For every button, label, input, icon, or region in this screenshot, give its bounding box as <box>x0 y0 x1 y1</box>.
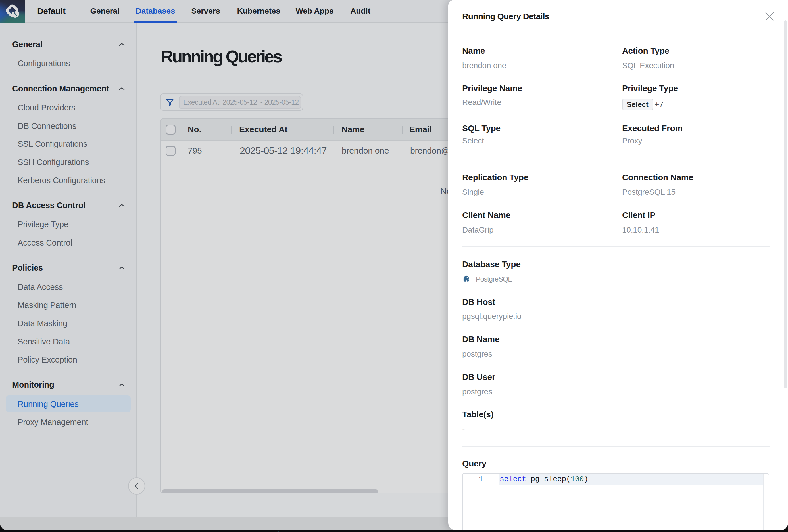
field-label-privilege-type: Privilege Type <box>622 83 678 94</box>
sql-keyword: select <box>500 475 526 484</box>
field-value-privilege-name: Read/Write <box>462 97 501 108</box>
field-label-client-ip: Client IP <box>622 209 655 221</box>
field-value-database-type: PostgreSQL <box>476 275 512 283</box>
drawer-title: Running Query Details <box>462 10 549 23</box>
field-label-client-name: Client Name <box>462 209 510 221</box>
drawer-scrollbar-thumb[interactable] <box>784 20 787 388</box>
privilege-type-extra-count[interactable]: +7 <box>654 99 664 110</box>
divider <box>462 246 770 247</box>
editor-scrollbar-gutter <box>763 473 764 530</box>
field-label-replication-type: Replication Type <box>462 172 528 183</box>
field-value-replication-type: Single <box>462 186 484 198</box>
field-label-sql-type: SQL Type <box>462 123 500 134</box>
field-value-connection-name: PostgreSQL 15 <box>622 186 675 198</box>
line-number: 1 <box>463 473 498 485</box>
field-value-sql-type: Select <box>462 135 484 146</box>
field-value-client-name: DataGrip <box>462 224 493 236</box>
field-value-db-name: postgres <box>462 348 492 360</box>
field-value-name: brendon one <box>462 60 506 71</box>
field-value-action-type: SQL Execution <box>622 60 674 71</box>
postgresql-icon <box>462 275 470 283</box>
sql-text: ) <box>584 475 588 484</box>
field-label-tables: Table(s) <box>462 409 493 420</box>
field-label-executed-from: Executed From <box>622 123 683 134</box>
running-query-details-drawer: Running Query Details Name brendon one A… <box>448 0 788 530</box>
field-label-privilege-name: Privilege Name <box>462 83 522 94</box>
sql-number: 100 <box>571 475 584 484</box>
sql-text: pg_sleep( <box>526 475 571 484</box>
field-label-connection-name: Connection Name <box>622 172 693 183</box>
divider <box>462 446 770 447</box>
divider <box>462 160 770 160</box>
app-window: Default General Databases Servers Kubern… <box>0 0 788 530</box>
field-value-db-host: pgsql.querypie.io <box>462 311 521 322</box>
field-label-action-type: Action Type <box>622 45 669 57</box>
field-label-name: Name <box>462 45 485 57</box>
field-value-db-user: postgres <box>462 386 492 397</box>
field-label-database-type: Database Type <box>462 259 521 270</box>
close-icon <box>764 12 775 22</box>
privilege-type-chip: Select <box>622 99 653 110</box>
field-label-db-host: DB Host <box>462 296 495 308</box>
field-label-db-user: DB User <box>462 371 495 383</box>
field-value-executed-from: Proxy <box>622 135 642 146</box>
query-code-line: select pg_sleep(100) <box>500 473 588 485</box>
field-value-client-ip: 10.10.1.41 <box>622 224 659 236</box>
query-code-editor[interactable]: 1 select pg_sleep(100) <box>462 473 769 530</box>
database-type-row: PostgreSQL <box>462 273 512 285</box>
field-value-tables: - <box>462 424 465 435</box>
field-label-db-name: DB Name <box>462 333 499 345</box>
field-label-query: Query <box>462 458 486 469</box>
close-button[interactable] <box>764 12 775 22</box>
